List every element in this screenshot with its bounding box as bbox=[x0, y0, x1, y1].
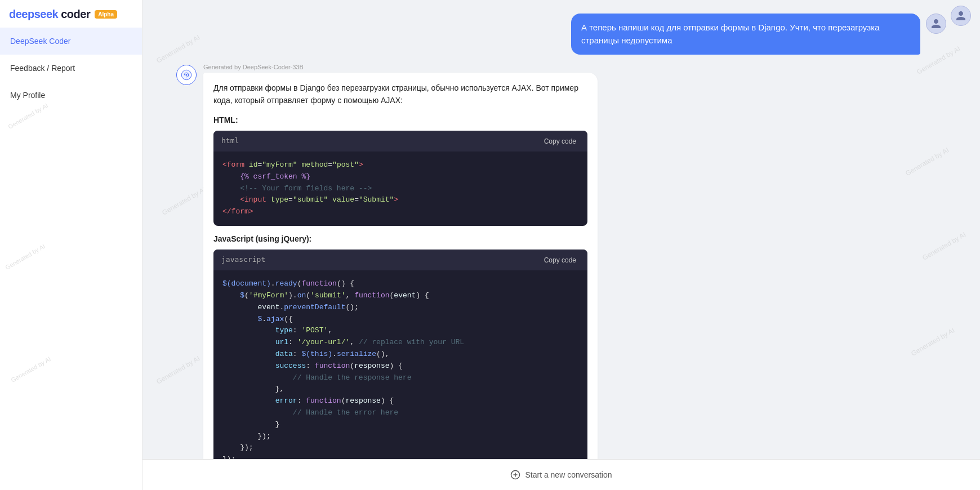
user-avatar bbox=[926, 14, 946, 34]
js-code-block: javascript Copy code $(document).ready(f… bbox=[213, 250, 587, 459]
ai-intro-text: Для отправки формы в Django без перезагр… bbox=[213, 82, 587, 107]
copy-html-code-button[interactable]: Copy code bbox=[541, 136, 580, 146]
alpha-badge: Alpha bbox=[95, 10, 117, 19]
ai-generated-label: Generated by DeepSeek-Coder-33B bbox=[203, 64, 598, 70]
logo-text: deepseek coder bbox=[9, 8, 90, 21]
ai-avatar bbox=[176, 65, 197, 85]
logo-area: deepseek coder Alpha bbox=[0, 0, 142, 28]
new-conversation-label: Start a new conversation bbox=[525, 470, 612, 479]
ai-message-bubble: Для отправки формы в Django без перезагр… bbox=[203, 73, 598, 459]
js-section-label: JavaScript (using jQuery): bbox=[213, 233, 587, 245]
ai-message-content: Generated by DeepSeek-Coder-33B Для отпр… bbox=[203, 64, 598, 459]
new-conversation-button[interactable]: Start a new conversation bbox=[502, 466, 620, 483]
user-avatar-button[interactable] bbox=[951, 6, 971, 26]
svg-point-1 bbox=[185, 74, 187, 75]
js-code-header: javascript Copy code bbox=[213, 250, 587, 270]
main-area: Generated by AI Generated by AI Generate… bbox=[142, 0, 980, 490]
html-code-block: html Copy code <form id="myForm" method=… bbox=[213, 131, 587, 226]
html-code-body: <form id="myForm" method="post"> {% csrf… bbox=[213, 152, 587, 226]
copy-js-code-button[interactable]: Copy code bbox=[541, 255, 580, 265]
html-code-header: html Copy code bbox=[213, 131, 587, 152]
new-conversation-icon bbox=[510, 470, 520, 480]
sidebar-item-feedback-report[interactable]: Feedback / Report bbox=[0, 55, 142, 82]
js-code-body: $(document).ready(function() { $('#myFor… bbox=[213, 270, 587, 459]
bottom-bar: Start a new conversation bbox=[142, 459, 980, 490]
sidebar: deepseek coder Alpha DeepSeek Coder Feed… bbox=[0, 0, 142, 490]
ai-message-wrapper: Generated by DeepSeek-Coder-33B Для отпр… bbox=[176, 64, 946, 459]
html-section-label: HTML: bbox=[213, 114, 587, 126]
sidebar-nav: DeepSeek Coder Feedback / Report My Prof… bbox=[0, 28, 142, 490]
sidebar-item-deepseek-coder[interactable]: DeepSeek Coder bbox=[0, 28, 142, 55]
sidebar-item-my-profile[interactable]: My Profile bbox=[0, 82, 142, 109]
user-message: А теперь напиши код для отправки формы в… bbox=[571, 14, 920, 55]
chat-messages: А теперь напиши код для отправки формы в… bbox=[142, 0, 980, 459]
js-code-lang: javascript bbox=[221, 254, 265, 266]
html-code-lang: html bbox=[221, 135, 239, 147]
